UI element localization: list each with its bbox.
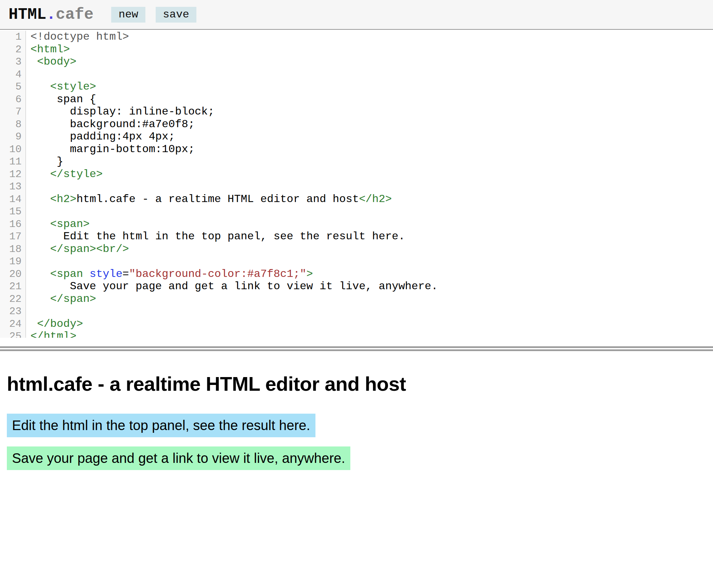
code-line-content[interactable]: } bbox=[26, 156, 63, 168]
code-line-content[interactable]: </span><br/> bbox=[26, 243, 129, 256]
line-number: 20 bbox=[0, 268, 26, 281]
line-number: 4 bbox=[0, 68, 26, 81]
code-line-content[interactable]: display: inline-block; bbox=[26, 106, 215, 118]
line-number: 23 bbox=[0, 305, 26, 318]
code-line[interactable]: 21 Save your page and get a link to view… bbox=[0, 280, 713, 293]
code-line[interactable]: 22 </span> bbox=[0, 293, 713, 306]
code-line[interactable]: 2<html> bbox=[0, 43, 713, 56]
code-line-content[interactable]: Edit the html in the top panel, see the … bbox=[26, 230, 405, 243]
code-line[interactable]: 24 </body> bbox=[0, 318, 713, 331]
code-line[interactable]: 17 Edit the html in the top panel, see t… bbox=[0, 230, 713, 243]
line-number: 10 bbox=[0, 143, 26, 156]
code-line-content[interactable]: span { bbox=[26, 93, 96, 106]
code-line-content[interactable]: </span> bbox=[26, 293, 96, 306]
code-line-content[interactable]: background:#a7e0f8; bbox=[26, 118, 195, 131]
logo-html: HTML bbox=[9, 6, 46, 24]
line-number: 22 bbox=[0, 293, 26, 306]
logo-cafe: cafe bbox=[56, 6, 93, 24]
code-line[interactable]: 6 span { bbox=[0, 93, 713, 106]
app-header: HTML.cafe new save bbox=[0, 0, 713, 30]
code-line[interactable]: 13 bbox=[0, 181, 713, 193]
code-line-content[interactable] bbox=[26, 68, 30, 81]
line-number: 5 bbox=[0, 81, 26, 93]
code-line-content[interactable]: margin-bottom:10px; bbox=[26, 143, 195, 156]
code-line-content[interactable]: <span style="background-color:#a7f8c1;"> bbox=[26, 268, 313, 281]
code-line[interactable]: 1<!doctype html> bbox=[0, 31, 713, 43]
code-line[interactable]: 16 <span> bbox=[0, 218, 713, 231]
code-line-content[interactable]: </style> bbox=[26, 168, 103, 181]
code-line-content[interactable]: Save your page and get a link to view it… bbox=[26, 280, 438, 293]
line-number: 24 bbox=[0, 318, 26, 331]
line-number: 9 bbox=[0, 131, 26, 143]
line-number: 13 bbox=[0, 181, 26, 193]
code-line[interactable]: 8 background:#a7e0f8; bbox=[0, 118, 713, 131]
code-line-content[interactable] bbox=[26, 255, 30, 268]
logo-dot: . bbox=[46, 6, 56, 24]
code-line[interactable]: 3 <body> bbox=[0, 56, 713, 68]
code-line[interactable]: 25</html> bbox=[0, 330, 713, 338]
line-number: 7 bbox=[0, 106, 26, 118]
line-number: 11 bbox=[0, 156, 26, 168]
code-line[interactable]: 11 } bbox=[0, 156, 713, 168]
code-line[interactable]: 4 bbox=[0, 68, 713, 81]
line-number: 18 bbox=[0, 243, 26, 256]
logo: HTML.cafe bbox=[9, 6, 93, 24]
code-editor[interactable]: 1<!doctype html>2<html>3 <body>45 <style… bbox=[0, 30, 713, 338]
code-line-content[interactable]: </body> bbox=[26, 318, 83, 331]
line-number: 19 bbox=[0, 255, 26, 268]
code-line-content[interactable] bbox=[26, 181, 30, 193]
line-number: 25 bbox=[0, 330, 26, 338]
code-line-content[interactable]: padding:4px 4px; bbox=[26, 131, 175, 143]
code-line[interactable]: 20 <span style="background-color:#a7f8c1… bbox=[0, 268, 713, 281]
code-line-content[interactable]: </html> bbox=[26, 330, 76, 338]
save-button[interactable]: save bbox=[156, 7, 196, 23]
line-number: 2 bbox=[0, 43, 26, 56]
preview-heading: html.cafe - a realtime HTML editor and h… bbox=[7, 372, 713, 395]
code-line[interactable]: 18 </span><br/> bbox=[0, 243, 713, 256]
code-line-content[interactable]: <span> bbox=[26, 218, 90, 231]
line-number: 16 bbox=[0, 218, 26, 231]
code-line-content[interactable] bbox=[26, 205, 30, 218]
code-line[interactable]: 10 margin-bottom:10px; bbox=[0, 143, 713, 156]
preview-green-span: Save your page and get a link to view it… bbox=[7, 446, 350, 470]
line-number: 6 bbox=[0, 93, 26, 106]
line-number: 1 bbox=[0, 31, 26, 43]
code-line[interactable]: 19 bbox=[0, 255, 713, 268]
line-number: 12 bbox=[0, 168, 26, 181]
code-line[interactable]: 12 </style> bbox=[0, 168, 713, 181]
preview-pane: html.cafe - a realtime HTML editor and h… bbox=[0, 351, 713, 588]
line-number: 17 bbox=[0, 230, 26, 243]
preview-blue-span: Edit the html in the top panel, see the … bbox=[7, 414, 315, 437]
pane-splitter[interactable] bbox=[0, 346, 713, 351]
line-number: 8 bbox=[0, 118, 26, 131]
code-line[interactable]: 14 <h2>html.cafe - a realtime HTML edito… bbox=[0, 193, 713, 206]
code-line-content[interactable]: <html> bbox=[26, 43, 70, 56]
line-number: 21 bbox=[0, 280, 26, 293]
line-number: 3 bbox=[0, 56, 26, 68]
code-line-content[interactable]: <style> bbox=[26, 81, 96, 93]
code-line[interactable]: 5 <style> bbox=[0, 81, 713, 93]
code-line-content[interactable]: <!doctype html> bbox=[26, 31, 129, 43]
code-line[interactable]: 23 bbox=[0, 305, 713, 318]
new-button[interactable]: new bbox=[111, 7, 145, 23]
code-line[interactable]: 9 padding:4px 4px; bbox=[0, 131, 713, 143]
code-line-content[interactable]: <body> bbox=[26, 56, 76, 68]
code-line[interactable]: 15 bbox=[0, 205, 713, 218]
code-line-content[interactable]: <h2>html.cafe - a realtime HTML editor a… bbox=[26, 193, 392, 206]
code-line-content[interactable] bbox=[26, 305, 30, 318]
code-line[interactable]: 7 display: inline-block; bbox=[0, 106, 713, 118]
line-number: 14 bbox=[0, 193, 26, 206]
line-number: 15 bbox=[0, 205, 26, 218]
